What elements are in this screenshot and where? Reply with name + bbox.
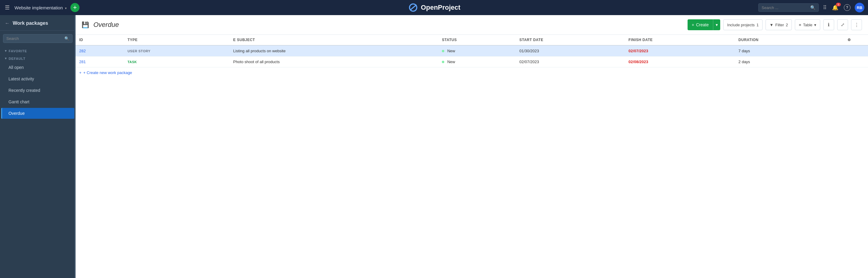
work-package-id-link[interactable]: 281: [79, 60, 86, 64]
sidebar-section-label-default: DEFAULT: [9, 57, 26, 60]
cell-id: 281: [75, 57, 124, 67]
logo-icon: [408, 3, 418, 12]
duration-text: 2 days: [738, 60, 750, 64]
notification-badge: 5: [836, 3, 841, 6]
col-header-type[interactable]: TYPE: [124, 35, 230, 45]
type-badge: USER STORY: [128, 49, 151, 54]
info-icon: ℹ: [828, 22, 830, 28]
start-date-text: 02/07/2023: [519, 60, 539, 64]
logo: OpenProject: [408, 3, 461, 12]
work-packages-table: ID TYPE ESUBJECT STATUS START DATE FINIS…: [75, 35, 868, 67]
filter-button[interactable]: ▼ Filter 2: [766, 19, 792, 30]
sidebar-item-recently-created[interactable]: Recently created: [1, 85, 74, 96]
global-search-box[interactable]: 🔍: [758, 3, 819, 12]
svg-line-2: [411, 7, 413, 10]
page-title: Overdue: [93, 21, 119, 29]
sidebar-section-favorite[interactable]: ▾ FAVORITE: [0, 47, 75, 54]
help-button[interactable]: ?: [843, 3, 852, 12]
user-avatar[interactable]: RB: [855, 3, 864, 12]
sidebar-item-latest-activity[interactable]: Latest activity: [1, 73, 74, 84]
sidebar-resize-handle[interactable]: [74, 15, 75, 278]
sidebar-item-overdue[interactable]: Overdue: [1, 108, 74, 119]
status-dot-icon: [442, 61, 444, 63]
info-button[interactable]: ℹ: [823, 19, 834, 30]
col-header-status[interactable]: STATUS: [438, 35, 516, 45]
col-header-subject[interactable]: ESUBJECT: [229, 35, 438, 45]
create-button[interactable]: + Create ▾: [688, 19, 720, 30]
col-header-settings[interactable]: ⚙: [831, 35, 868, 45]
sidebar-section-chevron-favorite: ▾: [5, 49, 7, 53]
hamburger-menu-icon[interactable]: ☰: [4, 3, 11, 12]
col-header-finish-date[interactable]: FINISH DATE: [625, 35, 735, 45]
status-dot-icon: [442, 50, 444, 52]
cell-settings: [831, 57, 868, 67]
work-package-id-link[interactable]: 282: [79, 49, 86, 53]
create-work-package-label: + Create new work package: [84, 70, 132, 75]
sidebar-section-label-favorite: FAVORITE: [9, 49, 27, 53]
expand-button[interactable]: ⤢: [837, 19, 848, 30]
type-badge: TASK: [128, 60, 137, 64]
include-projects-label: Include projects: [727, 23, 755, 27]
more-options-icon: ⋮: [855, 22, 859, 28]
filter-icon: ▼: [770, 23, 773, 27]
sidebar-title: Work packages: [13, 21, 48, 26]
status-text: New: [447, 60, 455, 64]
create-work-package-link[interactable]: + + Create new work package: [75, 67, 868, 78]
logo-text: OpenProject: [421, 4, 461, 11]
cell-settings: [831, 45, 868, 57]
subject-prefix-icon: E: [233, 38, 236, 42]
table-row: 281 TASK Photo shoot of all products New: [75, 57, 868, 67]
work-packages-table-container: ID TYPE ESUBJECT STATUS START DATE FINIS…: [75, 35, 868, 278]
app-layout: ← Work packages 🔍 ▾ FAVORITE ▾ DEFAULT A…: [0, 15, 868, 278]
notifications-button[interactable]: 🔔 5: [831, 3, 840, 12]
cell-id: 282: [75, 45, 124, 57]
subject-text: Photo shoot of all products: [233, 60, 280, 64]
sidebar-search-box[interactable]: 🔍: [3, 34, 72, 43]
col-header-id[interactable]: ID: [75, 35, 124, 45]
filter-label: Filter: [775, 23, 784, 27]
top-navigation: ☰ Website implementation ▾ + OpenProject…: [0, 0, 868, 15]
expand-icon: ⤢: [841, 22, 845, 28]
content-toolbar: 💾 Overdue + Create ▾ Include projects 1 …: [75, 15, 868, 35]
table-caret-icon: ▾: [814, 23, 816, 27]
cell-type: TASK: [124, 57, 230, 67]
cell-subject: Photo shoot of all products: [229, 57, 438, 67]
cell-start-date: 02/07/2023: [516, 57, 625, 67]
col-header-duration[interactable]: DURATION: [735, 35, 830, 45]
col-header-start-date[interactable]: START DATE: [516, 35, 625, 45]
create-main-label[interactable]: + Create: [688, 19, 713, 30]
quick-add-button[interactable]: +: [70, 3, 80, 12]
project-name[interactable]: Website implementation ▾: [14, 5, 67, 10]
grid-menu-button[interactable]: ⠿: [822, 3, 828, 12]
sidebar-item-gantt-chart[interactable]: Gantt chart: [1, 96, 74, 107]
filter-count: 2: [786, 23, 788, 27]
include-projects-count: 1: [756, 23, 758, 27]
include-projects-button[interactable]: Include projects 1: [723, 19, 763, 30]
table-view-button[interactable]: ≡ Table ▾: [795, 19, 820, 30]
project-name-caret-icon: ▾: [65, 6, 67, 10]
sidebar-item-all-open[interactable]: All open: [1, 62, 74, 73]
sidebar-header: ← Work packages: [0, 15, 75, 31]
global-search-input[interactable]: [762, 5, 808, 10]
sidebar: ← Work packages 🔍 ▾ FAVORITE ▾ DEFAULT A…: [0, 15, 75, 278]
create-plus-icon: +: [692, 22, 694, 27]
global-search-icon: 🔍: [810, 5, 815, 10]
back-button[interactable]: ←: [5, 21, 10, 26]
cell-subject: Listing all products on website: [229, 45, 438, 57]
cell-finish-date: 02/08/2023: [625, 57, 735, 67]
sidebar-search-input[interactable]: [6, 36, 62, 41]
sidebar-section-default[interactable]: ▾ DEFAULT: [0, 54, 75, 62]
cell-start-date: 01/30/2023: [516, 45, 625, 57]
finish-date-text: 02/08/2023: [629, 60, 648, 64]
page-save-icon: 💾: [82, 21, 89, 28]
sidebar-section-chevron-default: ▾: [5, 57, 7, 60]
create-dropdown-button[interactable]: ▾: [713, 19, 720, 30]
main-content: 💾 Overdue + Create ▾ Include projects 1 …: [75, 15, 868, 278]
cell-duration: 7 days: [735, 45, 830, 57]
cell-finish-date: 02/07/2023: [625, 45, 735, 57]
create-work-package-plus-icon: +: [79, 70, 82, 75]
table-header-row: ID TYPE ESUBJECT STATUS START DATE FINIS…: [75, 35, 868, 45]
more-options-button[interactable]: ⋮: [851, 19, 862, 30]
svg-line-1: [413, 5, 416, 7]
status-text: New: [447, 49, 455, 53]
